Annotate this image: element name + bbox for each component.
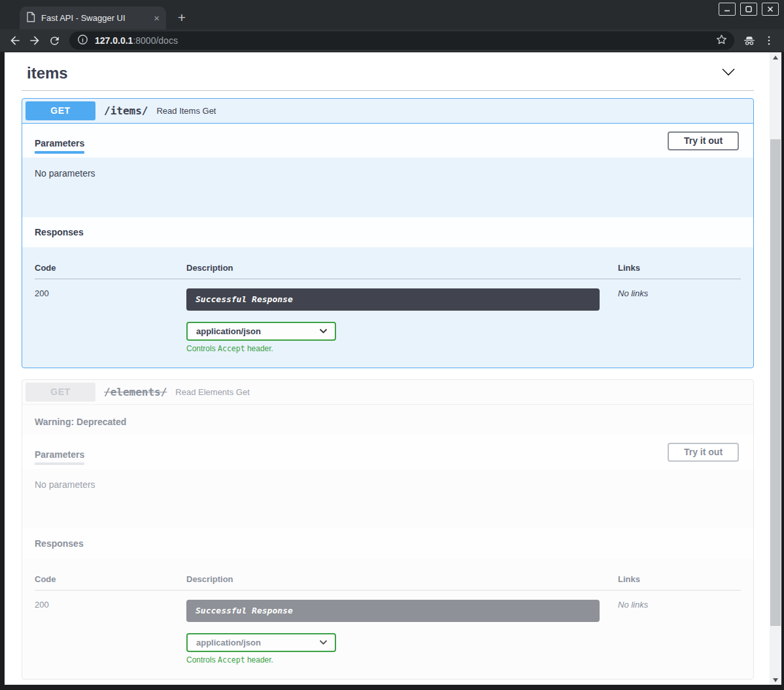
- response-description-cell: Successful Response application/json Con…: [186, 288, 618, 353]
- vertical-scrollbar[interactable]: [770, 52, 781, 685]
- browser-menu-kebab-icon[interactable]: [762, 33, 776, 48]
- accept-header-note: Controls Accept header.: [186, 344, 618, 353]
- responses-header: Responses: [22, 217, 753, 247]
- maximize-button[interactable]: [740, 3, 757, 16]
- minimize-button[interactable]: [719, 3, 736, 16]
- operation-summary-text: Read Elements Get: [175, 387, 249, 397]
- parameters-tab[interactable]: Parameters: [35, 133, 84, 158]
- scrollbar-thumb[interactable]: [770, 139, 781, 626]
- column-description: Description: [186, 263, 618, 273]
- tab-close-icon[interactable]: ×: [154, 13, 160, 23]
- method-badge: GET: [26, 383, 95, 402]
- incognito-icon: [742, 33, 757, 48]
- response-row-200: 200 Successful Response application/json…: [35, 279, 741, 353]
- select-chevron-down-icon: [319, 638, 328, 647]
- response-description-cell: Successful Response application/json Con…: [186, 600, 618, 664]
- responses-table-header: Code Description Links: [35, 571, 741, 591]
- column-links: Links: [618, 263, 741, 273]
- browser-toolbar: 127.0.0.1:8000/docs: [0, 29, 784, 52]
- responses-title: Responses: [35, 538, 84, 549]
- response-description-box: Successful Response: [186, 600, 600, 622]
- response-description-box: Successful Response: [186, 288, 600, 311]
- try-it-out-button[interactable]: Try it out: [668, 131, 739, 150]
- response-code: 200: [35, 288, 186, 353]
- url-path: :8000/docs: [133, 35, 178, 46]
- operation-summary[interactable]: GET /items/ Read Items Get: [22, 99, 753, 124]
- swagger-ui-content: items GET /items/ Read Items Get Paramet…: [5, 52, 770, 685]
- site-info-icon[interactable]: [77, 34, 88, 48]
- media-type-select[interactable]: application/json: [186, 633, 336, 652]
- active-tab-underline: [35, 462, 84, 465]
- parameters-header: Parameters Try it out: [22, 435, 753, 469]
- forward-icon[interactable]: [27, 33, 42, 48]
- responses-table-header: Code Description Links: [35, 260, 741, 279]
- tab-title: Fast API - Swagger UI: [41, 13, 150, 23]
- back-icon[interactable]: [8, 33, 22, 48]
- url-host: 127.0.0.1: [95, 35, 133, 46]
- parameters-header: Parameters Try it out: [22, 124, 753, 158]
- window-controls: [719, 3, 779, 16]
- address-bar[interactable]: 127.0.0.1:8000/docs: [69, 31, 734, 50]
- chevron-down-icon[interactable]: [721, 67, 736, 80]
- bookmark-star-icon[interactable]: [715, 33, 728, 48]
- media-type-value: application/json: [196, 326, 261, 336]
- responses-body: Code Description Links 200 Successful Re…: [22, 247, 753, 368]
- new-tab-button[interactable]: +: [173, 9, 191, 27]
- operation-get-elements-deprecated: GET /elements/ Read Elements Get Warning…: [22, 379, 754, 680]
- operation-get-items: GET /items/ Read Items Get Parameters Tr…: [22, 98, 754, 368]
- parameters-title: Parameters: [35, 449, 84, 460]
- browser-window: Fast API - Swagger UI × +: [0, 0, 784, 690]
- select-chevron-down-icon: [319, 326, 328, 336]
- accept-header-note: Controls Accept header.: [186, 655, 618, 664]
- scroll-down-arrow-icon[interactable]: [770, 675, 781, 685]
- operation-summary-text: Read Items Get: [156, 106, 216, 116]
- active-tab-underline: [35, 151, 84, 154]
- parameters-tab[interactable]: Parameters: [35, 445, 84, 469]
- deprecated-warning-text: Warning: Deprecated: [22, 405, 753, 435]
- no-links-text: No links: [618, 600, 741, 664]
- response-code: 200: [35, 600, 186, 664]
- responses-header: Responses: [22, 528, 753, 559]
- response-row-200: 200 Successful Response application/json…: [35, 591, 741, 664]
- scroll-up-arrow-icon[interactable]: [770, 52, 781, 62]
- no-parameters-text: No parameters: [35, 479, 95, 490]
- browser-titlebar: Fast API - Swagger UI × +: [0, 0, 784, 29]
- tag-title: items: [27, 64, 68, 82]
- operation-summary[interactable]: GET /elements/ Read Elements Get: [22, 380, 753, 405]
- reload-icon[interactable]: [47, 33, 61, 48]
- parameters-body: No parameters: [22, 469, 753, 528]
- tag-section-header-items[interactable]: items: [22, 58, 754, 91]
- responses-body: Code Description Links 200 Successful Re…: [22, 559, 753, 679]
- column-code: Code: [35, 574, 186, 584]
- responses-title: Responses: [35, 227, 84, 237]
- column-code: Code: [35, 263, 186, 273]
- parameters-body: No parameters: [22, 158, 753, 217]
- no-links-text: No links: [618, 288, 741, 353]
- column-description: Description: [186, 574, 618, 584]
- method-badge: GET: [26, 101, 95, 120]
- media-type-select[interactable]: application/json: [186, 322, 336, 341]
- url-text[interactable]: 127.0.0.1:8000/docs: [95, 35, 715, 46]
- page-viewport: items GET /items/ Read Items Get Paramet…: [5, 52, 781, 685]
- column-links: Links: [618, 574, 741, 584]
- media-type-value: application/json: [196, 638, 261, 647]
- operation-path: /elements/: [104, 386, 167, 398]
- try-it-out-button[interactable]: Try it out: [668, 443, 739, 462]
- parameters-title: Parameters: [35, 138, 84, 148]
- close-button[interactable]: [762, 3, 779, 16]
- browser-tab[interactable]: Fast API - Swagger UI ×: [20, 7, 166, 29]
- favicon-document-icon: [26, 12, 35, 25]
- operation-path: /items/: [104, 105, 148, 117]
- no-parameters-text: No parameters: [35, 168, 95, 179]
